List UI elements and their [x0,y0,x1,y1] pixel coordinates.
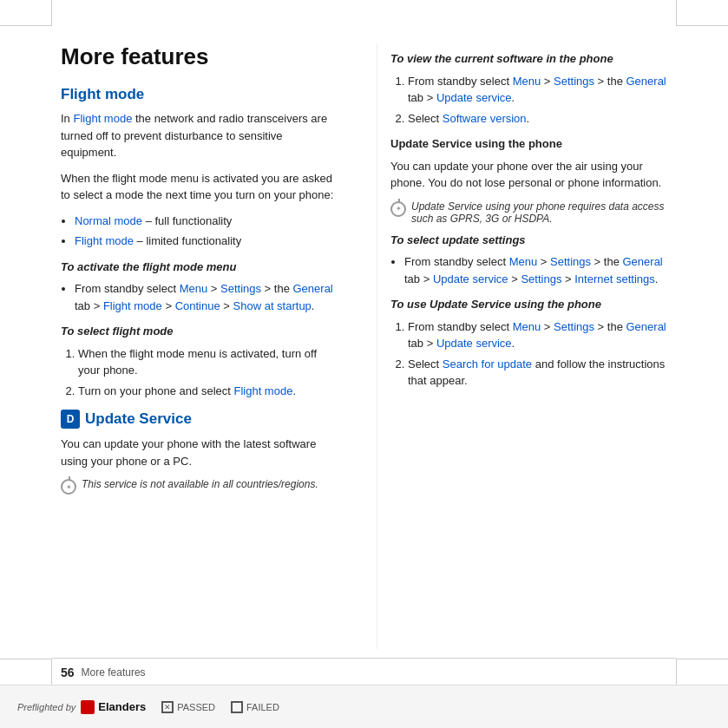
use-update-heading: To use Update Service using the phone [390,296,667,313]
flight-mode-intro: In Flight mode the network and radio tra… [61,110,338,161]
activate-heading: To activate the flight mode menu [61,259,338,276]
corner-bottom-right [676,659,728,685]
main-content: More features Flight mode In Flight mode… [52,26,676,658]
footer-brand: Elanders [81,700,146,714]
menu-link-r2: Menu [509,255,538,268]
internet-settings-link: Internet settings [574,272,655,285]
page-title: More features [61,43,338,70]
settings-link-r3: Settings [554,320,594,333]
flight-mode-title-text: Flight mode [61,86,144,103]
use-update-step-2: Select Search for update and follow the … [408,356,667,390]
update-service-intro: You can update your phone with the lates… [61,436,338,469]
view-software-step-2: Select Software version. [408,110,667,128]
flight-mode-link-intro: Flight mode [73,112,132,125]
corner-top-left [0,0,52,26]
footer-failed-area: FAILED [231,701,279,713]
select-settings-steps: From standby select Menu > Settings > th… [404,253,667,287]
view-software-heading: To view the current software in the phon… [390,50,667,68]
menu-link-r3: Menu [513,320,541,333]
right-column: To view the current software in the phon… [377,43,667,649]
settings-link-r1: Settings [554,75,594,88]
corner-bottom-left [0,659,52,685]
general-link-r1: General [626,75,666,88]
left-column: More features Flight mode In Flight mode… [61,43,351,649]
tip-icon-2 [390,201,406,217]
brand-icon [81,700,95,714]
general-link-r2: General [623,255,663,268]
use-update-steps: From standby select Menu > Settings > th… [408,318,667,390]
passed-label: PASSED [177,702,215,712]
page-section-label: More features [82,666,146,679]
flight-mode-link-2: Flight mode [233,384,292,397]
page-container: More features Flight mode In Flight mode… [0,0,728,728]
menu-link-1: Menu [180,282,208,295]
gprs-note-text: Update Service using your phone requires… [411,200,667,225]
general-link-r3: General [626,320,666,333]
corner-top-right [676,0,728,26]
update-service-phone-heading: Update Service using the phone [390,135,667,153]
gprs-note: Update Service using your phone requires… [390,200,667,225]
software-version-link: Software version [443,112,527,125]
update-service-title-text: Update Service [85,410,192,428]
continue-link: Continue [175,299,220,312]
passed-checkbox: ✕ [161,701,174,713]
settings-link-1: Settings [220,282,261,295]
footer-passed-area: ✕ PASSED [161,701,215,713]
settings-link-r2b: Settings [521,272,561,285]
use-update-step-1: From standby select Menu > Settings > th… [408,318,667,352]
select-flight-step-2: Turn on your phone and select Flight mod… [78,383,338,400]
update-service-heading: D Update Service [61,410,338,429]
menu-link-r1: Menu [513,75,541,88]
update-service-phone-desc: You can update your phone over the air u… [390,158,667,192]
update-service-icon: D [61,410,80,429]
select-settings-heading: To select update settings [390,232,667,249]
update-service-link-r2: Update service [433,272,508,285]
activate-step-1: From standby select Menu > Settings > th… [75,280,338,314]
bullet-flight-mode: Flight mode – limited functionality [75,233,338,250]
flight-mode-link-1: Flight mode [103,299,162,312]
flight-mode-heading: Flight mode [61,86,338,103]
search-for-update-link: Search for update [443,357,532,371]
view-software-steps: From standby select Menu > Settings > th… [408,73,667,128]
preflighted-label: Preflighted by [17,702,75,712]
flight-mode-bullet-list: Normal mode – full functionality Flight … [75,213,338,250]
failed-checkbox [231,701,243,713]
normal-mode-link: Normal mode [75,214,142,227]
not-available-note: This service is not available in all cou… [61,478,338,495]
flight-mode-desc: When the flight mode menu is activated y… [61,170,338,204]
failed-label: FAILED [246,702,279,712]
page-number-area: 56 More features [52,658,676,685]
flight-mode-link-bullet: Flight mode [75,234,134,247]
select-flight-steps: When the flight mode menu is activated, … [78,345,338,400]
footer-left: Preflighted by Elanders ✕ PASSED FAILED [17,700,279,714]
footer-bar: Preflighted by Elanders ✕ PASSED FAILED [0,685,728,728]
not-available-text: This service is not available in all cou… [82,478,318,490]
content-area: More features Flight mode In Flight mode… [52,26,676,685]
select-settings-step-1: From standby select Menu > Settings > th… [404,253,667,287]
update-service-link-r1: Update service [436,91,512,104]
bullet-normal-mode: Normal mode – full functionality [75,213,338,230]
settings-link-r2: Settings [550,255,591,268]
view-software-step-1: From standby select Menu > Settings > th… [408,73,667,107]
general-link-1: General [293,282,333,295]
activate-steps-list: From standby select Menu > Settings > th… [75,280,338,314]
update-service-link-r3: Update service [436,337,512,350]
select-flight-step-1: When the flight mode menu is activated, … [78,345,338,379]
select-flight-heading: To select flight mode [61,323,338,340]
brand-name: Elanders [98,700,146,713]
tip-icon-1 [61,479,76,495]
show-startup-link: Show at startup [233,299,312,312]
page-number: 56 [61,666,75,679]
